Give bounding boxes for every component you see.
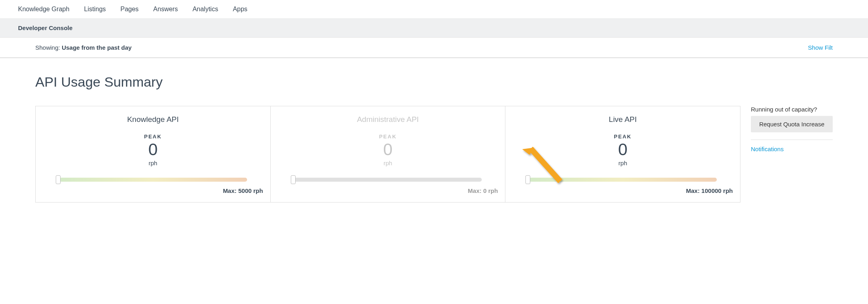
subnav-developer-console[interactable]: Developer Console <box>18 24 73 31</box>
bar-thumb <box>525 175 530 184</box>
nav-answers[interactable]: Answers <box>153 6 178 13</box>
bar-thumb <box>56 175 61 184</box>
card-knowledge-api[interactable]: Knowledge API PEAK 0 rph Max: 5000 rph <box>35 106 271 203</box>
max-label: Max: 0 rph <box>278 187 498 194</box>
cards-container: Knowledge API PEAK 0 rph Max: 5000 rph A… <box>35 106 740 203</box>
unit-label: rph <box>278 160 498 166</box>
main-row: Knowledge API PEAK 0 rph Max: 5000 rph A… <box>35 106 833 203</box>
peak-value: 0 <box>513 141 733 158</box>
nav-apps[interactable]: Apps <box>233 6 247 13</box>
filter-bar: Showing: Usage from the past day Show Fi… <box>0 38 868 58</box>
card-title: Administrative API <box>278 115 498 124</box>
bar-track <box>59 178 247 182</box>
card-title: Live API <box>513 115 733 124</box>
max-label: Max: 5000 rph <box>43 187 263 194</box>
bar-track <box>529 178 717 182</box>
nav-listings[interactable]: Listings <box>84 6 106 13</box>
usage-bar <box>278 175 498 183</box>
sidebar: Running out of capacity? Request Quota I… <box>740 106 833 152</box>
card-administrative-api[interactable]: Administrative API PEAK 0 rph Max: 0 rph <box>270 106 506 203</box>
unit-label: rph <box>43 160 263 166</box>
notifications-link[interactable]: Notifications <box>751 146 833 152</box>
page-title: API Usage Summary <box>35 74 833 90</box>
card-title: Knowledge API <box>43 115 263 124</box>
request-quota-button[interactable]: Request Quota Increase <box>751 116 833 132</box>
content: API Usage Summary Knowledge API PEAK 0 r… <box>0 58 868 219</box>
top-nav: Knowledge Graph Listings Pages Answers A… <box>0 0 868 19</box>
bar-thumb <box>291 175 296 184</box>
bar-track <box>294 178 482 182</box>
show-filters-link[interactable]: Show Filt <box>808 44 833 51</box>
nav-knowledge-graph[interactable]: Knowledge Graph <box>18 6 69 13</box>
card-live-api[interactable]: Live API PEAK 0 rph Max: 100000 rph <box>505 106 740 203</box>
peak-label: PEAK <box>43 134 263 140</box>
sub-nav: Developer Console <box>0 19 868 38</box>
filter-showing: Showing: Usage from the past day <box>35 44 132 51</box>
peak-value: 0 <box>278 141 498 158</box>
unit-label: rph <box>513 160 733 166</box>
peak-label: PEAK <box>513 134 733 140</box>
divider <box>751 140 833 140</box>
capacity-text: Running out of capacity? <box>751 106 833 113</box>
usage-bar <box>43 175 263 183</box>
nav-pages[interactable]: Pages <box>120 6 138 13</box>
filter-value: Usage from the past day <box>62 44 132 51</box>
peak-value: 0 <box>43 141 263 158</box>
max-label: Max: 100000 rph <box>513 187 733 194</box>
usage-bar <box>513 175 733 183</box>
cards-row: Knowledge API PEAK 0 rph Max: 5000 rph A… <box>35 106 740 203</box>
nav-analytics[interactable]: Analytics <box>193 6 218 13</box>
filter-label: Showing: <box>35 44 62 51</box>
peak-label: PEAK <box>278 134 498 140</box>
